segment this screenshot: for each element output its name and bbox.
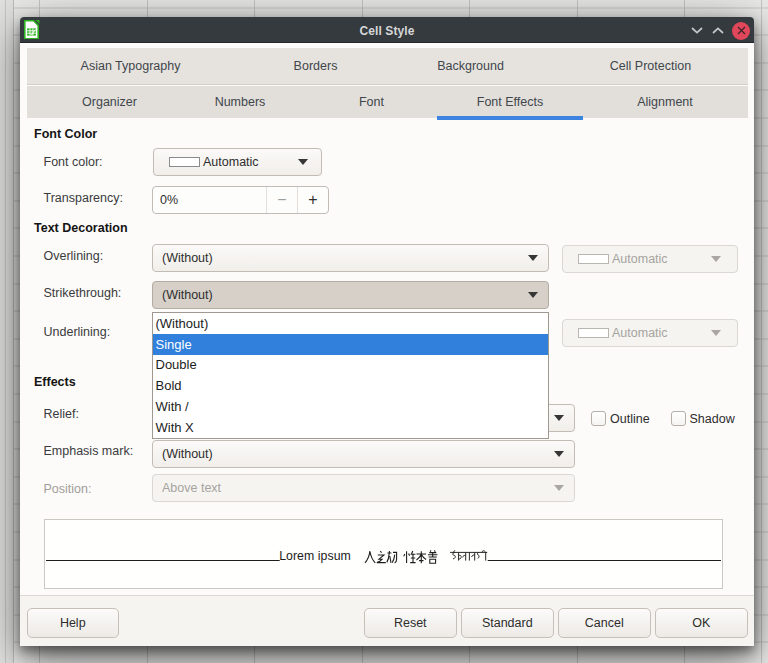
dropdown-option-bold[interactable]: Bold — [153, 375, 548, 396]
tab-background[interactable]: Background — [401, 48, 541, 84]
strikethrough-value: (Without) — [153, 288, 213, 302]
transparency-value[interactable]: 0% — [153, 193, 266, 207]
dropdown-option-without[interactable]: (Without) — [153, 313, 548, 334]
shadow-checkbox-label: Shadow — [690, 412, 735, 426]
sheet-header-divider-line — [5, 0, 6, 663]
overlining-color-dropdown[interactable]: Automatic — [562, 245, 738, 273]
cell-style-dialog: Cell Style Asian Typography Borders Back… — [20, 17, 754, 646]
minimize-button[interactable] — [686, 17, 708, 44]
dropdown-arrow-icon — [711, 330, 721, 336]
strikethrough-dropdown-list: (Without) Single Double Bold With / With… — [152, 312, 549, 439]
outline-checkbox[interactable] — [591, 411, 606, 426]
overlining-dropdown[interactable]: (Without) — [152, 244, 549, 272]
tab-row-2: Organizer Numbers Font Font Effects Alig… — [27, 86, 748, 119]
shadow-checkbox-row[interactable]: Shadow — [671, 411, 735, 426]
font-preview-area: Lorem ipsum — [44, 519, 723, 589]
dialog-titlebar[interactable]: Cell Style — [20, 17, 754, 43]
ok-button[interactable]: OK — [655, 608, 748, 638]
button-bar-separator — [20, 595, 754, 596]
button-label: Help — [60, 616, 86, 630]
dialog-title: Cell Style — [20, 17, 754, 44]
tab-bar: Asian Typography Borders Background Cell… — [27, 48, 748, 118]
tab-label: Asian Typography — [81, 59, 181, 73]
emphasis-mark-value: (Without) — [153, 447, 213, 461]
outline-checkbox-label: Outline — [610, 412, 650, 426]
font-color-dropdown[interactable]: Automatic — [153, 148, 322, 176]
close-icon — [737, 26, 746, 35]
preview-devanagari-text — [450, 550, 488, 563]
tab-label: Font — [359, 95, 384, 109]
standard-button[interactable]: Standard — [461, 608, 554, 638]
tab-label: Borders — [294, 59, 338, 73]
dropdown-option-with-x[interactable]: With X — [153, 417, 548, 438]
tab-borders[interactable]: Borders — [256, 48, 376, 84]
help-button[interactable]: Help — [27, 608, 119, 638]
dropdown-option-double[interactable]: Double — [153, 355, 548, 376]
tab-label: Cell Protection — [610, 59, 691, 73]
tab-alignment[interactable]: Alignment — [600, 86, 730, 119]
reset-button[interactable]: Reset — [364, 608, 457, 638]
tab-font-effects[interactable]: Font Effects — [437, 86, 583, 119]
outline-checkbox-row[interactable]: Outline — [591, 411, 650, 426]
overlining-color-value: Automatic — [612, 252, 668, 266]
dropdown-arrow-icon — [528, 292, 538, 298]
close-button[interactable] — [732, 22, 750, 40]
strikethrough-dropdown[interactable]: (Without) — [152, 281, 549, 309]
tab-organizer[interactable]: Organizer — [45, 86, 175, 119]
emphasis-mark-label: Emphasis mark: — [44, 444, 134, 458]
tab-label: Alignment — [637, 95, 693, 109]
transparency-label: Transparency: — [44, 191, 123, 205]
dropdown-option-single[interactable]: Single — [153, 334, 548, 355]
tab-label: Font Effects — [477, 95, 543, 109]
sheet-grid-column-line — [761, 0, 762, 663]
transparency-spinbox[interactable]: 0% − + — [152, 186, 329, 214]
dropdown-arrow-icon — [554, 415, 564, 421]
preview-sample-text: Lorem ipsum — [279, 549, 488, 565]
tab-cell-protection[interactable]: Cell Protection — [571, 48, 731, 84]
dropdown-arrow-icon — [298, 159, 308, 165]
underlining-color-dropdown[interactable]: Automatic — [562, 319, 738, 347]
section-heading-effects: Effects — [34, 375, 76, 389]
chevron-down-icon — [691, 27, 703, 34]
dropdown-option-with-slash[interactable]: With / — [153, 396, 548, 417]
emphasis-mark-dropdown[interactable]: (Without) — [152, 440, 575, 468]
button-label: Standard — [482, 616, 533, 630]
maximize-button[interactable] — [707, 17, 729, 44]
dropdown-arrow-icon — [711, 256, 721, 262]
font-color-label: Font color: — [44, 155, 103, 169]
sheet-row-header — [0, 0, 14, 663]
shadow-checkbox[interactable] — [671, 411, 686, 426]
preview-latin-text: Lorem ipsum — [279, 549, 351, 563]
dropdown-arrow-icon — [554, 451, 564, 457]
preview-cjk-text — [364, 550, 439, 565]
transparency-decrease-button[interactable]: − — [266, 187, 297, 213]
tab-label: Organizer — [82, 95, 137, 109]
color-swatch — [578, 254, 609, 264]
overlining-label: Overlining: — [44, 249, 104, 263]
tab-asian-typography[interactable]: Asian Typography — [37, 48, 225, 84]
color-swatch — [169, 157, 200, 167]
tab-font[interactable]: Font — [322, 86, 422, 119]
dropdown-arrow-icon — [528, 255, 538, 261]
button-label: OK — [692, 616, 710, 630]
position-dropdown[interactable]: Above text — [152, 474, 575, 502]
tab-label: Numbers — [215, 95, 266, 109]
selected-tab-underline — [437, 116, 583, 120]
section-heading-text-decoration: Text Decoration — [34, 221, 128, 235]
font-color-value: Automatic — [203, 155, 259, 169]
transparency-increase-button[interactable]: + — [297, 187, 328, 213]
color-swatch — [578, 328, 609, 338]
button-label: Reset — [394, 616, 427, 630]
position-value: Above text — [153, 481, 221, 495]
tab-label: Background — [437, 59, 504, 73]
button-label: Cancel — [585, 616, 624, 630]
position-label: Position: — [44, 482, 92, 496]
strikethrough-label: Strikethrough: — [44, 286, 122, 300]
cancel-button[interactable]: Cancel — [558, 608, 651, 638]
relief-label: Relief: — [44, 407, 79, 421]
underlining-label: Underlining: — [44, 325, 111, 339]
chevron-up-icon — [712, 27, 724, 34]
overlining-value: (Without) — [153, 251, 213, 265]
underlining-color-value: Automatic — [612, 326, 668, 340]
tab-numbers[interactable]: Numbers — [180, 86, 300, 119]
